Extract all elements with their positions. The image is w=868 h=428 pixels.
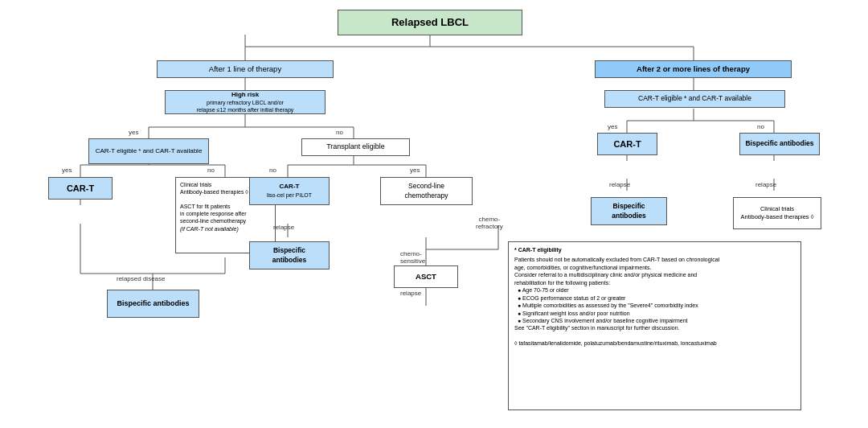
bispecific1-box: Bispecific antibodies bbox=[107, 290, 199, 318]
yes3-label: yes bbox=[410, 167, 420, 174]
transplant-eligible-box: Transplant eligible bbox=[301, 138, 410, 156]
relapse4-label: relapse bbox=[755, 181, 776, 188]
asct-box: ASCT bbox=[394, 265, 458, 288]
chemo-refractory-label: chemo-refractory bbox=[476, 216, 503, 230]
yes4-label: yes bbox=[608, 123, 617, 130]
yes1-label: yes bbox=[129, 129, 138, 136]
yes2-label: yes bbox=[62, 167, 72, 174]
no2-label: no bbox=[207, 167, 215, 174]
title-box: Relapsed LBCL bbox=[338, 10, 522, 35]
no4-label: no bbox=[757, 123, 764, 130]
note-title: * CAR-T eligibility bbox=[514, 246, 795, 253]
high-risk-box: High risk primary refractory LBCL and/or… bbox=[165, 90, 326, 114]
second-line-chemo-box: Second-line chemotherapy bbox=[380, 177, 473, 205]
cart3-box: CAR-T bbox=[597, 133, 657, 155]
no1-label: no bbox=[336, 129, 343, 136]
chemo-sensitive-label: chemo-sensitive bbox=[400, 250, 425, 265]
clinical-trials2-box: Clinical trialsAntibody-based therapies … bbox=[733, 197, 821, 229]
cart2-box: CAR-Tliso-cel per PILOT bbox=[249, 177, 330, 205]
cart1-box: CAR-T bbox=[48, 177, 113, 200]
no3-label: no bbox=[269, 167, 276, 174]
after1line-box: After 1 line of therapy bbox=[157, 60, 334, 78]
note-box: * CAR-T eligibility Patients should not … bbox=[508, 241, 801, 410]
bispecific-antibodies-no-box: Bispecific antibodies bbox=[739, 133, 820, 155]
bispecific2-box: Bispecificantibodies bbox=[249, 241, 330, 270]
relapsed-disease-label: relapsed disease bbox=[117, 275, 165, 282]
bispecific3-box: Bispecificantibodies bbox=[591, 197, 667, 225]
relapse2-label: relapse bbox=[400, 290, 421, 297]
cart-eligible1-box: CAR-T eligible * and CAR-T available bbox=[88, 138, 209, 164]
note-content: Patients should not be automatically exc… bbox=[514, 256, 795, 347]
relapse1-label: relapse bbox=[273, 224, 294, 231]
after2lines-box: After 2 or more lines of therapy bbox=[595, 60, 792, 78]
cart-eligible2-box: CAR-T eligible * and CAR-T available bbox=[604, 90, 785, 108]
relapse3-label: relapse bbox=[609, 181, 630, 188]
